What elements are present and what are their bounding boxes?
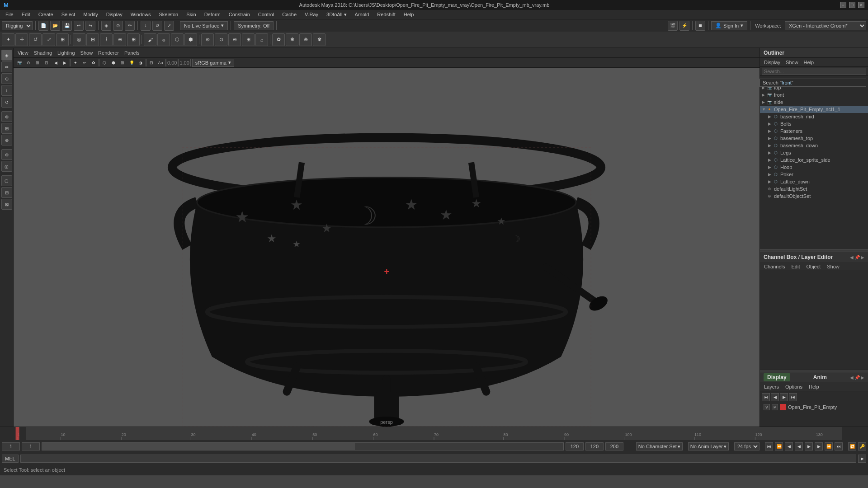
tree-item-basemesh-mid[interactable]: ▶ ⬡ basemesh_mid <box>760 113 868 120</box>
cb-arrow-expand[interactable]: ▶ <box>861 255 864 260</box>
tree-item-default-object-set[interactable]: ⊕ defaultObjectSet <box>760 192 868 200</box>
shelf-constraint-btn[interactable]: ⊝ <box>228 33 241 46</box>
paint-ops-btn[interactable]: ✏ <box>80 59 89 67</box>
shelf-xgen-btn[interactable]: ✿ <box>272 33 285 46</box>
shelf-move-btn[interactable]: ✛ <box>15 33 28 46</box>
shelf-snap-curve-btn[interactable]: ⌇ <box>100 33 113 46</box>
menu-skin[interactable]: Skin <box>183 11 199 18</box>
tree-item-open-fire[interactable]: ▼ ✦ Open_Fire_Pit_Empty_ncl1_1 <box>760 106 868 113</box>
rigging-dropdown[interactable]: Rigging <box>2 21 33 30</box>
shelf-xgen4-btn[interactable]: ✾ <box>313 33 326 46</box>
cb-arrow-left[interactable]: ◀ <box>850 255 854 260</box>
menu-3dtoall[interactable]: 3DtoAll ▾ <box>323 11 350 19</box>
vp-menu-lighting[interactable]: Lighting <box>55 49 77 56</box>
no-live-surface-btn[interactable]: No Live Surface ▾ <box>180 21 228 30</box>
isolate-btn[interactable]: ⊙ <box>24 59 33 67</box>
next-view-btn[interactable]: ▶ <box>61 59 69 67</box>
dp-menu-options[interactable]: Options <box>783 383 805 390</box>
select-by-comp-btn[interactable]: ✦ <box>71 59 80 67</box>
shelf-ik-btn[interactable]: ⊜ <box>215 33 227 46</box>
dp-scroll-prev-btn[interactable]: ◀ <box>771 393 779 401</box>
go-to-end-btn[interactable]: ⏭ <box>835 442 843 450</box>
vp-menu-show[interactable]: Show <box>78 49 95 56</box>
menu-display[interactable]: Display <box>103 11 126 18</box>
show-manip-btn[interactable]: ⊛ <box>1 149 12 160</box>
rotate-btn[interactable]: ↺ <box>152 21 162 31</box>
vp-menu-shading[interactable]: Shading <box>32 49 54 56</box>
new-scene-btn[interactable]: 📄 <box>38 21 48 31</box>
menu-select[interactable]: Select <box>58 11 79 18</box>
tree-item-lattice-down[interactable]: ▶ ⬡ Lattice_down <box>760 178 868 185</box>
vp-menu-panels[interactable]: Panels <box>122 49 142 56</box>
close-btn[interactable]: × <box>858 2 864 8</box>
outliner-search-input[interactable] <box>762 68 866 75</box>
restore-btn[interactable]: □ <box>849 2 855 8</box>
shelf-soft-select-btn[interactable]: ◎ <box>73 33 85 46</box>
cb-menu-object[interactable]: Object <box>804 263 823 270</box>
redo-btn[interactable]: ↪ <box>85 21 95 31</box>
menu-constrain[interactable]: Constrain <box>225 11 254 18</box>
play-back-btn[interactable]: ◀ <box>795 442 803 450</box>
tree-item-basemesh-top[interactable]: ▶ ⬡ basemesh_top <box>760 135 868 142</box>
menu-vray[interactable]: V-Ray <box>301 11 322 18</box>
tree-item-fasteners[interactable]: ▶ ⬡ Fasteners <box>760 127 868 135</box>
menu-file[interactable]: File <box>2 11 17 18</box>
cb-menu-channels[interactable]: Channels <box>762 263 787 270</box>
cb-menu-show[interactable]: Show <box>825 263 842 270</box>
start-frame-input[interactable] <box>22 442 40 450</box>
shelf-sculpt-btn[interactable]: ⌾ <box>157 33 170 46</box>
no-anim-layer-dropdown[interactable]: No Anim Layer ▾ <box>688 442 729 450</box>
menu-modify[interactable]: Modify <box>80 11 101 18</box>
auto-key-btn[interactable]: 🔑 <box>858 442 866 450</box>
tree-item-poker[interactable]: ▶ ⬡ Poker <box>760 171 868 178</box>
shelf-cluster-btn[interactable]: ⊞ <box>242 33 255 46</box>
display-panel-title-display[interactable]: Display <box>764 373 790 381</box>
ipr-btn[interactable]: ⚡ <box>679 21 689 31</box>
menu-windows[interactable]: Windows <box>127 11 155 18</box>
tree-item-legs[interactable]: ▶ ⬡ Legs <box>760 149 868 156</box>
menu-arnold[interactable]: Arnold <box>351 11 373 18</box>
move-btn[interactable]: ↕ <box>141 21 151 31</box>
hud-btn[interactable]: ⊠ <box>1 199 12 210</box>
menu-create[interactable]: Create <box>35 11 57 18</box>
shelf-snap-grid-btn[interactable]: ⊟ <box>86 33 99 46</box>
paint-fx-btn[interactable]: ✿ <box>90 59 98 67</box>
rotate-tool-btn[interactable]: ↺ <box>1 97 12 108</box>
snap-surface-btn[interactable]: ⊚ <box>1 111 12 122</box>
prev-view-btn[interactable]: ◀ <box>52 59 60 67</box>
frame-sel-btn[interactable]: ⊡ <box>42 59 51 67</box>
viewport2-btn[interactable]: ⊟ <box>147 59 156 67</box>
move-tool-btn[interactable]: ↕ <box>1 85 12 96</box>
sign-in-btn[interactable]: 👤 Sign In ▾ <box>711 21 747 30</box>
shelf-snap-view-btn[interactable]: ⊞ <box>127 33 140 46</box>
menu-deform[interactable]: Deform <box>201 11 224 18</box>
mel-run-btn[interactable]: ▶ <box>858 455 866 463</box>
minimize-btn[interactable]: − <box>840 2 846 8</box>
menu-edit[interactable]: Edit <box>18 11 34 18</box>
menu-control[interactable]: Control <box>255 11 278 18</box>
tree-item-bolts[interactable]: ▶ ⬡ Bolts <box>760 120 868 127</box>
open-scene-btn[interactable]: 📂 <box>50 21 60 31</box>
viewport-canvas[interactable]: ★ ★ ★ ☽ ★ ★ ★ ★ ☽ ★ ★ <box>14 68 760 427</box>
display-panel-title-anim[interactable]: Anim <box>810 373 830 381</box>
shelf-lattice-btn[interactable]: ⬢ <box>184 33 197 46</box>
cb-arrow-pin[interactable]: 📌 <box>854 255 860 260</box>
outliner-menu-help[interactable]: Help <box>802 59 816 66</box>
save-scene-btn[interactable]: 💾 <box>62 21 72 31</box>
paint-btn[interactable]: ✏ <box>125 21 135 31</box>
lasso-btn[interactable]: ⊙ <box>113 21 123 31</box>
dp-menu-layers[interactable]: Layers <box>762 383 781 390</box>
menu-skeleton[interactable]: Skeleton <box>155 11 182 18</box>
shelf-snap-point-btn[interactable]: ⊕ <box>113 33 126 46</box>
current-frame-input[interactable] <box>2 442 20 450</box>
menu-cache[interactable]: Cache <box>278 11 300 18</box>
workspace-dropdown[interactable]: XGen - Interactive Groom* <box>785 21 866 30</box>
go-to-start-btn[interactable]: ⏮ <box>765 442 773 450</box>
range-end-input[interactable] <box>566 442 584 450</box>
snap-point-left-btn[interactable]: ⊕ <box>1 135 12 145</box>
shelf-deform-btn[interactable]: ⬡ <box>171 33 184 46</box>
shadow-btn[interactable]: ◑ <box>137 59 145 67</box>
tree-item-lattice-sprite[interactable]: ▶ ⬡ Lattice_for_sprite_side <box>760 156 868 164</box>
fps-select[interactable]: 24 fps 30 fps <box>734 442 760 450</box>
loop-btn[interactable]: 🔁 <box>848 442 856 450</box>
